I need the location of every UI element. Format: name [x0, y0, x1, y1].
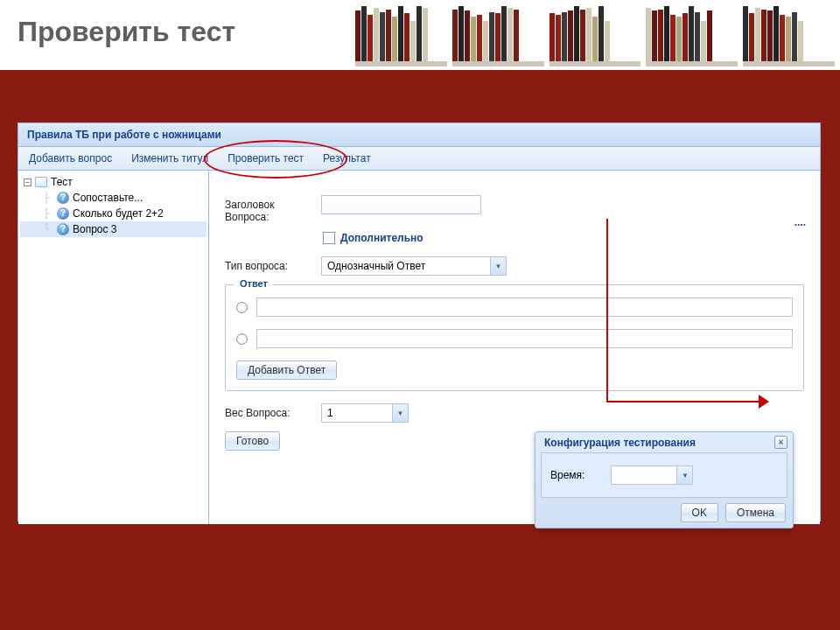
- chevron-down-icon[interactable]: ▼: [490, 257, 506, 275]
- tree-root-label: Тест: [51, 176, 73, 188]
- title-expand-icon[interactable]: ....: [794, 216, 806, 228]
- page-title: Проверить тест: [18, 16, 235, 48]
- tree-item[interactable]: ├ ? Сколько будет 2+2: [20, 206, 206, 221]
- tree-item-label: Сопоставьте...: [73, 192, 143, 204]
- time-input[interactable]: ▼: [611, 466, 693, 485]
- question-icon: ?: [57, 207, 69, 220]
- question-title-input[interactable]: [321, 195, 481, 214]
- add-answer-button[interactable]: Добавить Ответ: [236, 360, 337, 380]
- tree-item-label: Вопрос 3: [73, 223, 117, 235]
- additional-checkbox[interactable]: [323, 232, 335, 244]
- toolbar-add-question[interactable]: Добавить вопрос: [25, 150, 116, 166]
- answer-input[interactable]: [256, 298, 793, 317]
- slide-body: Правила ТБ при работе с ножницами Добави…: [0, 70, 840, 630]
- toolbar-edit-title[interactable]: Изменить титул: [128, 150, 212, 166]
- question-icon: ?: [57, 223, 69, 235]
- tree-item[interactable]: └ ? Вопрос 3: [20, 221, 206, 237]
- additional-label: Дополнительно: [340, 232, 424, 244]
- config-dialog: Конфигурация тестирования × Время: ▼ OK …: [535, 431, 794, 528]
- cancel-button[interactable]: Отмена: [725, 503, 786, 522]
- chevron-down-icon[interactable]: ▼: [392, 404, 408, 422]
- combo-value: 1: [322, 404, 392, 422]
- folder-icon: [35, 177, 47, 187]
- tree-item[interactable]: ├ ? Сопоставьте...: [20, 190, 206, 206]
- app-body: − Тест ├ ? Сопоставьте... ├ ? Сколько бу…: [18, 171, 820, 524]
- window-title: Правила ТБ при работе с ножницами: [18, 123, 820, 147]
- answers-fieldset: Ответ Добавить Ответ: [225, 284, 804, 391]
- toolbar: Добавить вопрос Изменить титул Проверить…: [18, 147, 820, 171]
- answer-radio[interactable]: [236, 333, 248, 345]
- answer-radio[interactable]: [236, 302, 248, 313]
- question-icon: ?: [57, 192, 69, 204]
- slide-banner: Проверить тест: [0, 0, 840, 70]
- toolbar-result[interactable]: Результат: [319, 150, 374, 166]
- answers-legend: Ответ: [234, 278, 273, 289]
- chevron-down-icon[interactable]: ▼: [676, 466, 692, 484]
- question-type-label: Тип вопроса:: [225, 256, 321, 272]
- dialog-title: Конфигурация тестирования: [544, 437, 696, 449]
- weight-combo[interactable]: 1 ▼: [321, 403, 409, 423]
- combo-value: [612, 466, 676, 484]
- annotation-arrow-h: [606, 401, 766, 402]
- close-icon[interactable]: ×: [774, 436, 788, 449]
- tree-panel: − Тест ├ ? Сопоставьте... ├ ? Сколько бу…: [18, 171, 209, 524]
- ok-button[interactable]: OK: [681, 503, 718, 522]
- weight-label: Вес Вопроса:: [225, 403, 321, 419]
- time-label: Время:: [550, 469, 584, 481]
- form-panel: Заголовок Вопроса: .... Дополнительно Ти…: [209, 171, 820, 524]
- question-title-label: Заголовок Вопроса:: [225, 195, 321, 223]
- toolbar-check-test[interactable]: Проверить тест: [224, 150, 307, 166]
- question-type-combo[interactable]: Однозначный Ответ ▼: [321, 256, 507, 276]
- combo-value: Однозначный Ответ: [322, 257, 490, 275]
- done-button[interactable]: Готово: [225, 431, 280, 451]
- app-window: Правила ТБ при работе с ножницами Добави…: [18, 122, 821, 522]
- answer-input[interactable]: [256, 329, 793, 348]
- tree-item-label: Сколько будет 2+2: [73, 207, 164, 220]
- banner-decoration: [350, 0, 840, 70]
- tree-collapse-icon[interactable]: −: [24, 178, 32, 186]
- tree-root[interactable]: − Тест: [20, 174, 206, 190]
